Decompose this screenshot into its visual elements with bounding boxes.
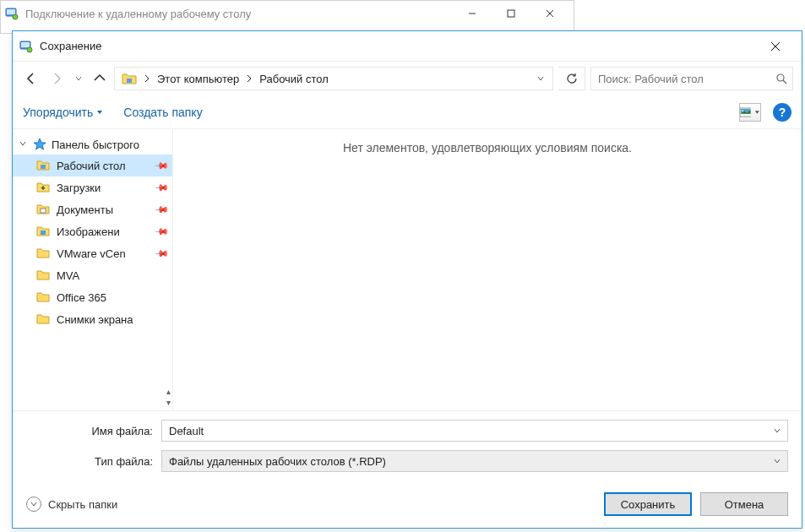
cancel-label: Отмена <box>725 498 764 511</box>
folder-icon <box>36 247 50 260</box>
parent-minimize-button[interactable] <box>453 1 492 26</box>
svg-rect-4 <box>508 10 514 17</box>
dialog-title: Сохранение <box>40 40 756 52</box>
folder-icon <box>36 269 50 282</box>
sidebar-item-6[interactable]: Office 365 <box>13 286 172 308</box>
star-icon <box>33 138 46 151</box>
chevron-down-icon <box>18 139 28 149</box>
filetype-label: Тип файла: <box>26 455 153 468</box>
refresh-button[interactable] <box>558 67 585 90</box>
pin-icon: 📌 <box>153 157 169 173</box>
folder-icon <box>36 203 50 216</box>
help-button[interactable]: ? <box>773 103 791 122</box>
parent-close-button[interactable] <box>530 1 569 26</box>
folder-icon <box>36 290 50 304</box>
toolbar: Упорядочить Создать папку ? <box>13 95 802 129</box>
chevron-down-icon <box>774 456 781 466</box>
sidebar-root-quick-access[interactable]: Панель быстрого <box>13 134 172 155</box>
parent-window: Подключение к удаленному рабочему столу <box>0 0 574 34</box>
folder-icon <box>36 159 50 172</box>
cancel-button[interactable]: Отмена <box>700 492 788 516</box>
sidebar-item-5[interactable]: MVA <box>13 264 172 286</box>
sidebar-item-3[interactable]: Изображени📌 <box>13 220 172 242</box>
parent-title: Подключение к удаленному рабочему столу <box>25 8 453 20</box>
view-menu-button[interactable] <box>739 103 761 122</box>
nav-forward-button[interactable] <box>48 69 67 88</box>
navbar: Этот компьютер Рабочий стол <box>13 62 802 95</box>
sidebar-item-2[interactable]: Документы📌 <box>13 198 172 220</box>
svg-point-2 <box>13 14 18 19</box>
parent-maximize-button[interactable] <box>492 1 530 26</box>
sidebar-item-label: Рабочий стол <box>57 160 126 172</box>
chevron-down-icon <box>26 497 41 512</box>
sidebar-scroll-up[interactable]: ▴ <box>166 387 171 396</box>
svg-rect-19 <box>41 209 46 213</box>
sidebar-item-label: Документы <box>57 204 113 216</box>
save-label: Сохранить <box>621 498 676 511</box>
parent-titlebar: Подключение к удаленному рабочему столу <box>1 1 574 26</box>
svg-line-14 <box>783 80 786 84</box>
chevron-right-icon <box>144 73 150 85</box>
svg-point-9 <box>27 47 32 52</box>
pin-icon: 📌 <box>153 201 169 217</box>
pin-icon: 📌 <box>153 223 169 239</box>
folder-icon <box>36 181 50 194</box>
breadcrumb-bar[interactable]: Этот компьютер Рабочий стол <box>114 67 553 90</box>
save-button[interactable]: Сохранить <box>604 492 692 516</box>
sidebar-root-label: Панель быстрого <box>52 138 139 151</box>
chevron-right-icon <box>246 73 253 85</box>
sidebar: Панель быстрого Рабочий стол📌Загрузки📌До… <box>13 129 173 410</box>
search-box[interactable] <box>590 67 793 90</box>
svg-rect-1 <box>7 9 15 14</box>
chevron-down-icon[interactable] <box>537 75 544 82</box>
save-dialog: Сохранение Это <box>12 30 802 529</box>
folder-icon <box>36 225 50 238</box>
dialog-actions: Скрыть папки Сохранить Отмена <box>13 480 802 528</box>
sidebar-item-label: Изображени <box>57 225 120 238</box>
sidebar-item-label: Снимки экрана <box>57 313 133 326</box>
filename-value: Default <box>169 425 774 437</box>
breadcrumb-seg-computer[interactable]: Этот компьютер <box>154 71 242 87</box>
dialog-close-button[interactable] <box>756 31 795 62</box>
sidebar-item-label: VMware vCen <box>57 247 126 260</box>
sidebar-item-label: Office 365 <box>57 291 106 304</box>
svg-rect-12 <box>127 79 132 83</box>
caret-down-icon <box>96 110 103 115</box>
sidebar-item-label: Загрузки <box>57 182 101 194</box>
sidebar-item-4[interactable]: VMware vCen📌 <box>13 242 172 264</box>
svg-rect-18 <box>41 165 46 169</box>
search-input[interactable] <box>596 72 770 86</box>
picture-icon <box>740 107 751 117</box>
filename-label: Имя файла: <box>26 425 153 437</box>
svg-rect-20 <box>41 231 46 235</box>
filename-combo[interactable]: Default <box>161 420 788 442</box>
sidebar-item-7[interactable]: Снимки экрана <box>13 308 172 330</box>
pin-icon: 📌 <box>153 245 169 261</box>
organize-button[interactable]: Упорядочить <box>23 106 103 119</box>
hide-folders-label: Скрыть папки <box>48 498 117 511</box>
nav-back-button[interactable] <box>21 69 40 88</box>
filetype-combo[interactable]: Файлы удаленных рабочих столов (*.RDP) <box>161 450 788 472</box>
nav-history-dropdown[interactable] <box>75 74 82 84</box>
sidebar-item-0[interactable]: Рабочий стол📌 <box>13 155 172 176</box>
filetype-value: Файлы удаленных рабочих столов (*.RDP) <box>169 455 774 468</box>
chevron-down-icon <box>774 426 781 436</box>
sidebar-scroll-down[interactable]: ▾ <box>166 398 171 407</box>
folder-icon <box>118 72 140 85</box>
hide-folders-button[interactable]: Скрыть папки <box>26 497 117 512</box>
nav-up-button[interactable] <box>90 69 109 88</box>
refresh-icon <box>566 73 578 84</box>
organize-label: Упорядочить <box>23 106 93 119</box>
new-folder-button[interactable]: Создать папку <box>123 106 202 119</box>
breadcrumb-seg-desktop[interactable]: Рабочий стол <box>256 71 332 87</box>
pin-icon: 📌 <box>153 179 169 195</box>
caret-down-icon <box>754 110 760 115</box>
folder-icon <box>36 312 50 326</box>
svg-rect-8 <box>21 42 30 47</box>
rdp-icon <box>5 7 19 20</box>
sidebar-item-label: MVA <box>57 269 79 282</box>
empty-message: Нет элементов, удовлетворяющих условиям … <box>173 141 802 155</box>
search-icon <box>775 73 787 84</box>
svg-point-13 <box>777 74 784 81</box>
sidebar-item-1[interactable]: Загрузки📌 <box>13 176 172 198</box>
